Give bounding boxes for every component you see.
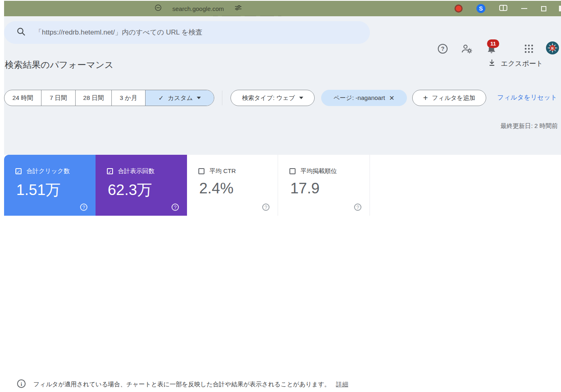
position-checkbox[interactable]: ✓ [289, 168, 296, 174]
svg-text:?: ? [441, 45, 445, 52]
maximize-button[interactable] [541, 6, 546, 11]
help-icon[interactable]: ? [436, 42, 450, 56]
shazam-icon[interactable]: S [476, 4, 485, 13]
metric-card-clicks[interactable]: ✓合計クリック数 1.51万 ? [4, 155, 96, 216]
notification-count-badge: 11 [487, 39, 499, 48]
link-icon[interactable] [154, 4, 162, 13]
record-button[interactable] [454, 4, 463, 13]
add-filter-chip[interactable]: + フィルタを追加 [412, 90, 486, 106]
help-icon[interactable]: ? [80, 204, 87, 211]
last-updated-text: 最終更新日: 2 時間前 [500, 122, 558, 130]
export-button[interactable]: エクスポート [488, 58, 543, 69]
notice-details-link[interactable]: 詳細 [336, 381, 348, 388]
search-input[interactable] [35, 28, 344, 37]
help-icon[interactable]: ? [172, 204, 179, 211]
metric-card-ctr[interactable]: ✓平均 CTR 2.4% ? [187, 155, 278, 216]
help-icon[interactable]: ? [262, 204, 270, 211]
titlebar-url: search.google.com [172, 5, 224, 12]
url-inspect-searchbox[interactable] [4, 21, 370, 44]
user-settings-icon[interactable] [460, 42, 474, 56]
range-chip-3m[interactable]: 3 か月 [111, 90, 145, 106]
date-range-group: 24 時間 7 日間 28 日間 3 か月 ✓ カスタム [4, 90, 214, 106]
chevron-down-icon [197, 97, 201, 99]
position-value: 17.9 [290, 180, 320, 197]
avatar[interactable]: R [546, 41, 559, 55]
report-panel: ✓合計クリック数 1.51万 ? ✓合計表示回数 62.3万 ? ✓平均 CTR… [0, 155, 561, 392]
app-header-zone: ? 11 R 検索結果のパフォーマンス エクスポート 24 時間 7 日間 28… [0, 16, 561, 155]
filter-notice: i フィルタが適用されている場合、チャートと表に一部を反映した合計や結果が表示さ… [0, 379, 561, 391]
plus-icon: + [423, 94, 428, 102]
search-icon [16, 27, 26, 38]
impressions-checkbox[interactable]: ✓ [107, 168, 113, 174]
close-icon[interactable]: ✕ [389, 94, 394, 102]
range-chip-28d[interactable]: 28 日間 [75, 90, 111, 106]
info-icon: i [17, 379, 26, 388]
close-button-sliver[interactable] [559, 6, 561, 11]
filter-bar: 24 時間 7 日間 28 日間 3 か月 ✓ カスタム 検索タイプ: ウェブ … [0, 90, 561, 106]
search-type-chip[interactable]: 検索タイプ: ウェブ [230, 90, 315, 106]
minimize-button[interactable] [521, 8, 527, 9]
clicks-value: 1.51万 [16, 180, 61, 200]
download-icon [488, 58, 496, 69]
window-titlebar: search.google.com S [4, 1, 561, 16]
clicks-checkbox[interactable]: ✓ [15, 168, 22, 174]
export-label: エクスポート [501, 59, 543, 68]
window-left-margin [0, 0, 4, 392]
reset-filters-link[interactable]: フィルタをリセット [497, 93, 557, 102]
svg-text:R: R [551, 46, 554, 50]
split-window-button[interactable] [499, 5, 507, 13]
divider [222, 91, 222, 105]
range-chip-24h[interactable]: 24 時間 [4, 90, 41, 106]
ctr-checkbox[interactable]: ✓ [198, 168, 204, 174]
page-title: 検索結果のパフォーマンス [5, 59, 114, 71]
tune-icon[interactable] [235, 4, 242, 13]
metric-card-impressions[interactable]: ✓合計表示回数 62.3万 ? [96, 155, 187, 216]
range-chip-custom[interactable]: ✓ カスタム [145, 90, 214, 106]
range-chip-7d[interactable]: 7 日間 [41, 90, 75, 106]
notice-text: フィルタが適用されている場合、チャートと表に一部を反映した合計や結果が表示される… [33, 381, 331, 388]
page-filter-chip[interactable]: ページ: -naganoart ✕ [321, 90, 407, 106]
metric-card-position[interactable]: ✓平均掲載順位 17.9 ? [278, 155, 370, 216]
apps-grid-icon[interactable] [522, 42, 536, 56]
check-icon: ✓ [159, 94, 164, 102]
chevron-down-icon [299, 97, 303, 99]
search-console-window: search.google.com S ? [0, 0, 561, 392]
impressions-value: 62.3万 [108, 180, 152, 200]
help-icon[interactable]: ? [354, 204, 361, 211]
ctr-value: 2.4% [199, 180, 233, 197]
